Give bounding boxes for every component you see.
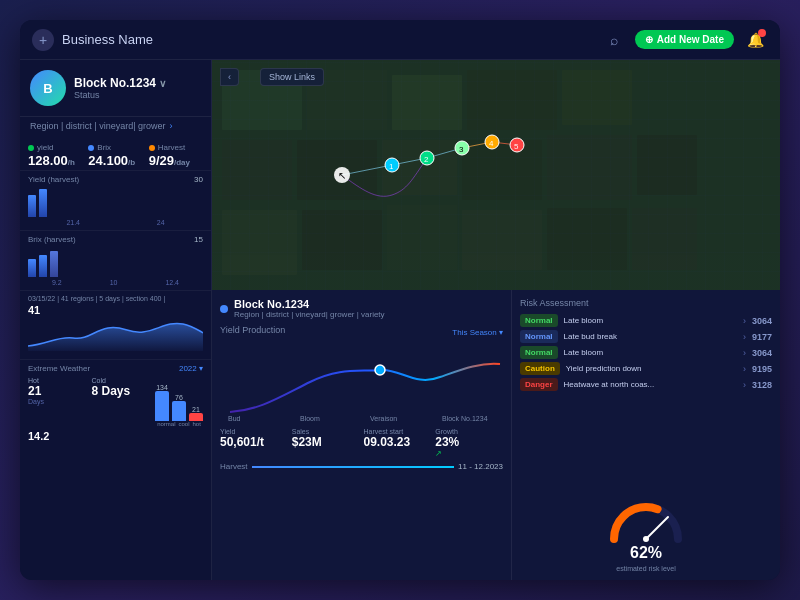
risk-panel: Risk Assessment Normal Late bloom › 3064… (512, 290, 780, 580)
risk-text: Late bloom (564, 348, 737, 357)
svg-text:5: 5 (514, 142, 519, 151)
search-icon[interactable]: ⌕ (601, 27, 627, 53)
svg-text:↖: ↖ (338, 170, 346, 181)
notification-badge (758, 29, 766, 37)
svg-text:Bud: Bud (228, 415, 241, 422)
map-collapse-button[interactable]: ‹ (220, 68, 239, 86)
gauge-value: 62% (630, 544, 662, 562)
risk-item: Danger Heatwave at north coas... › 3128 (520, 378, 772, 391)
brix-stat: Brix 24.100/b (88, 143, 142, 168)
gdd-value: 41 (28, 304, 203, 316)
bar-hot (189, 413, 203, 421)
arrow-icon[interactable]: › (743, 332, 746, 342)
block-breadcrumb: Region | district | vineyard| grower › (20, 117, 211, 137)
add-new-date-button[interactable]: ⊕ Add New Date (635, 30, 734, 49)
harvest-date-row: Harvest 11 - 12.2023 (220, 462, 503, 471)
harvest-timeline (252, 466, 455, 468)
app-container: + Business Name ⌕ ⊕ Add New Date 🔔 B Blo… (20, 20, 780, 580)
block-detail: Block No.1234 Region | district | vineya… (212, 290, 512, 580)
svg-line-43 (646, 517, 668, 539)
arrow-icon[interactable]: › (743, 348, 746, 358)
risk-text: Late bloom (564, 316, 737, 325)
yield-harvest-section: Yield (harvest) 30 21.4 24 (20, 171, 211, 231)
weather-header: Extreme Weather 2022 ▾ (28, 364, 203, 373)
weather-bars-container: 134 76 21 (155, 377, 203, 427)
block-status: Status (74, 90, 201, 100)
svg-text:Bloom: Bloom (300, 415, 320, 422)
risk-value: 3064 (752, 348, 772, 358)
season-select[interactable]: This Season ▾ (452, 328, 503, 337)
risk-item: Normal Late bud break › 9177 (520, 330, 772, 343)
gdd-header: 03/15/22 | 41 regions | 5 days | section… (28, 295, 203, 302)
right-panel: ‹ Show Links ↖ (212, 60, 780, 580)
bar-item (50, 251, 58, 277)
bar-item (28, 195, 36, 217)
stats-row: yield 128.00/h Brix 24.100/b Harvest (20, 137, 211, 171)
sidebar: B Block No.1234 ∨ Status Region | distri… (20, 60, 212, 580)
block-detail-region: Region | district | vineyard| grower | v… (234, 310, 385, 319)
svg-point-35 (375, 365, 385, 375)
risk-badge-danger: Danger (520, 378, 558, 391)
svg-point-44 (643, 536, 649, 542)
brix-value: 24.100/b (88, 153, 142, 168)
svg-text:Veraison: Veraison (370, 415, 397, 422)
brix-dot (88, 145, 94, 151)
gauge-label: estimated risk level (616, 565, 676, 572)
brix-harvest-title: Brix (harvest) 15 (28, 235, 203, 244)
nav-title: Business Name (62, 32, 593, 47)
svg-text:2: 2 (424, 155, 429, 164)
harvest-value: 9/29/day (149, 153, 203, 168)
show-links-button[interactable]: Show Links (260, 68, 324, 86)
risk-text: Yield prediction down (566, 364, 737, 373)
breadcrumb-arrow[interactable]: › (170, 121, 173, 131)
arrow-icon[interactable]: › (743, 316, 746, 326)
main-content: B Block No.1234 ∨ Status Region | distri… (20, 60, 780, 580)
add-icon: ⊕ (645, 34, 653, 45)
yield-svg: Bud 00.01.21 Bloom 00.02.21 Veraison 00.… (220, 342, 503, 422)
harvest-start-stat: Harvest start 09.03.23 (364, 428, 432, 458)
weather-bar-labels: normal cool hot (157, 421, 201, 427)
risk-item: Normal Late bloom › 3064 (520, 346, 772, 359)
detail-stats: Yield 50,601/t Sales $23M Harvest start … (220, 428, 503, 458)
weather-section: Extreme Weather 2022 ▾ Hot 21 Days Cold … (20, 360, 211, 446)
svg-text:4: 4 (489, 139, 494, 148)
risk-header: Risk Assessment (520, 298, 772, 308)
hot-days: Hot 21 Days (28, 377, 88, 427)
bell-icon[interactable]: 🔔 (742, 27, 768, 53)
harvest-label: Harvest (158, 143, 186, 152)
risk-badge-normal: Normal (520, 330, 558, 343)
brix-axis: 9.2 10 12.4 (28, 279, 203, 286)
bar-item (39, 255, 47, 277)
gdd-chart (28, 316, 203, 351)
arrow-icon[interactable]: › (743, 380, 746, 390)
yield-chart: Bud 00.01.21 Bloom 00.02.21 Veraison 00.… (220, 342, 503, 422)
yield-harvest-chart (28, 187, 203, 217)
harvest-date-label: Harvest (220, 462, 248, 471)
chevron-down-icon[interactable]: ∨ (159, 78, 166, 89)
bottom-panel: Block No.1234 Region | district | vineya… (212, 290, 780, 580)
block-header: B Block No.1234 ∨ Status (20, 60, 211, 117)
bar-item (28, 259, 36, 277)
map-container: ‹ Show Links ↖ (212, 60, 780, 290)
arrow-icon[interactable]: › (743, 364, 746, 374)
harvest-stat: Harvest 9/29/day (149, 143, 203, 168)
growth-stat: Growth 23% ↗ (435, 428, 503, 458)
risk-item: Normal Late bloom › 3064 (520, 314, 772, 327)
nav-plus-button[interactable]: + (32, 29, 54, 51)
risk-badge-caution: Caution (520, 362, 560, 375)
weather-date-select[interactable]: 2022 ▾ (179, 364, 203, 373)
yield-value: 128.00/h (28, 153, 82, 168)
gauge-container: 62% estimated risk level (520, 499, 772, 572)
risk-item: Caution Yield prediction down › 9195 (520, 362, 772, 375)
block-avatar: B (30, 70, 66, 106)
svg-text:Block No.1234: Block No.1234 (442, 415, 488, 422)
harvest-date-value: 11 - 12.2023 (458, 462, 503, 471)
risk-value: 3128 (752, 380, 772, 390)
map-toggle[interactable]: ‹ (220, 68, 239, 86)
map-svg: ↖ 1 2 3 4 5 (212, 60, 780, 290)
bar-normal (155, 391, 169, 421)
weather-extra-value: 14.2 (28, 430, 203, 442)
weather-bars: 134 76 21 (155, 381, 203, 421)
svg-text:3: 3 (459, 145, 464, 154)
sales-stat: Sales $23M (292, 428, 360, 458)
